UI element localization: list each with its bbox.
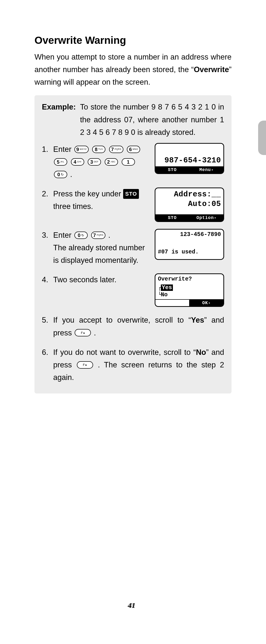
screen-1-number: 987-654-3210 — [164, 156, 221, 165]
screen-1-softkey-left-label: STO — [168, 166, 177, 174]
step-2: 2. Press the key under STO three times. … — [42, 188, 224, 222]
step-3: 3. Enter 0↻ 7PQRS . The already stored n… — [42, 229, 224, 266]
key-4-sub: GHI — [77, 161, 82, 163]
example-header: Example: To store the number 9 8 7 6 5 4… — [42, 101, 224, 138]
key-f-a: F▸ — [75, 329, 91, 336]
screen-4-softkey-left — [155, 300, 190, 306]
bracket-bottom: └ — [158, 291, 161, 298]
step-6: 6. If you do not want to overwrite, scro… — [42, 346, 224, 384]
key-8: 8TUV — [92, 146, 105, 153]
screen-2-softkey-left-label: STO — [168, 214, 177, 222]
step-1-lead: Enter — [53, 145, 74, 154]
step-3-trail: . — [108, 231, 111, 240]
key-7-digit: 7 — [111, 147, 114, 152]
screen-4-softkey-right: OK▸ — [190, 300, 223, 306]
bracket-top: ┌ — [158, 284, 161, 291]
screen-2-arrow-icon: ▸ — [214, 215, 216, 221]
key-0: 0↻ — [54, 171, 67, 178]
key-3-sub: DEF — [94, 161, 99, 163]
key-3: 3DEF — [88, 158, 101, 166]
step-2-num: 2. — [42, 188, 53, 222]
key-7: 7PQRS — [109, 146, 123, 153]
key-3-digit: 3 — [90, 160, 93, 164]
key-f-b: F▸ — [77, 361, 93, 369]
screen-4-line1: Overwrite? — [158, 276, 221, 283]
step-5-pre: If you accept to overwrite, scroll to “ — [53, 316, 191, 324]
screen-2-softkey-left: STO — [155, 215, 190, 221]
screen-2-line2: Auto:05 — [158, 199, 221, 209]
key-0-b-sub: ↻ — [81, 234, 85, 237]
key-2-sub: ABC — [111, 161, 116, 163]
screen-3-line2: #07 is used. — [158, 248, 221, 256]
key-0-b-digit: 0 — [78, 233, 80, 238]
step-5-num: 5. — [42, 314, 53, 339]
key-4-digit: 4 — [74, 160, 76, 164]
screen-4-options: ┌Yes └No — [158, 284, 221, 298]
step-1-num: 1. — [42, 143, 53, 181]
key-7-b-sub: PQRS — [97, 234, 103, 236]
screen-4: Overwrite? ┌Yes └No OK▸ — [155, 274, 224, 307]
key-7-sub: PQRS — [115, 148, 121, 150]
step-6-num: 6. — [42, 346, 53, 384]
manual-page: Overwrite Warning When you attempt to st… — [0, 0, 266, 644]
step-3-lead: Enter — [53, 231, 74, 240]
key-5-digit: 5 — [57, 160, 59, 164]
key-8-digit: 8 — [95, 147, 98, 152]
screen-4-softkey-right-label: OK — [202, 300, 208, 307]
key-f-b-arrow-icon: ▸ — [86, 363, 87, 366]
key-9-digit: 9 — [76, 147, 79, 152]
page-number-main: 41 — [128, 601, 135, 609]
key-0-digit: 0 — [57, 172, 60, 177]
key-7-b: 7PQRS — [91, 232, 105, 239]
screen-1-arrow-icon: ▸ — [211, 167, 213, 173]
step-3-text: Enter 0↻ 7PQRS . The already stored numb… — [53, 229, 150, 266]
step-6-pre: If you do not want to overwrite, scroll … — [53, 348, 196, 356]
key-2-digit: 2 — [107, 160, 110, 164]
step-4-num: 4. — [42, 274, 53, 307]
step-5: 5. If you accept to overwrite, scroll to… — [42, 314, 224, 339]
key-0-b: 0↻ — [74, 232, 88, 239]
screen-1-softkey-right-label: Menu — [199, 166, 211, 174]
step-1-text: Enter 9WXYZ 8TUV 7PQRS 6MNO 5JKL 4GHI 3D… — [53, 143, 150, 181]
screen-2-softkey-right: Option▸ — [190, 215, 223, 221]
key-f-b-d: F — [83, 363, 85, 366]
example-box: Example: To store the number 9 8 7 6 5 4… — [35, 95, 231, 394]
key-6-sub: MNO — [133, 148, 138, 150]
step-6-text: If you do not want to overwrite, scroll … — [53, 346, 224, 384]
step-1-trail: . — [70, 170, 72, 179]
screen-2-line1: Address:__ — [158, 190, 221, 199]
key-9-sub: WXYZ — [80, 148, 87, 150]
key-5: 5JKL — [54, 158, 67, 166]
key-2: 2ABC — [105, 158, 118, 166]
key-5-sub: JKL — [60, 161, 65, 163]
key-f-a-d: F — [81, 331, 83, 334]
step-2-trail: three times. — [53, 202, 93, 211]
screen-4-arrow-icon: ▸ — [209, 300, 211, 306]
screen-3-line1: 123-456-7890 — [158, 231, 221, 238]
step-6-bold: No — [196, 348, 206, 356]
screen-2-softkey-right-label: Option — [196, 214, 214, 222]
screen-4-yes: Yes — [161, 284, 173, 291]
screen-4-no: No — [161, 292, 168, 298]
example-label: Example: — [42, 101, 80, 138]
step-5-post: . — [94, 328, 96, 337]
step-2-lead: Press the key under — [53, 190, 123, 198]
step-4-text: Two seconds later. — [53, 274, 150, 286]
key-f-a-arrow-icon: ▸ — [84, 331, 86, 334]
step-5-text: If you accept to overwrite, scroll to “Y… — [53, 314, 224, 339]
key-4: 4GHI — [71, 158, 84, 166]
step-3-num: 3. — [42, 229, 53, 266]
key-8-sub: TUV — [98, 148, 103, 150]
side-tab — [258, 120, 266, 155]
screen-1-softkey-right: Menu▸ — [190, 167, 223, 173]
sto-pill: STO — [123, 189, 139, 199]
intro-bold: Overwrite — [194, 65, 229, 74]
step-5-bold: Yes — [191, 316, 204, 324]
key-6-digit: 6 — [129, 147, 132, 152]
steps-list: 1. Enter 9WXYZ 8TUV 7PQRS 6MNO 5JKL 4GHI… — [42, 143, 224, 384]
step-3-line2: The already stored number is displayed m… — [53, 244, 145, 264]
screen-2: Address:__ Auto:05 STO Option▸ — [155, 188, 224, 222]
step-1: 1. Enter 9WXYZ 8TUV 7PQRS 6MNO 5JKL 4GHI… — [42, 143, 224, 181]
intro-paragraph: When you attempt to store a number in an… — [35, 51, 231, 88]
key-7-b-digit: 7 — [93, 233, 96, 238]
